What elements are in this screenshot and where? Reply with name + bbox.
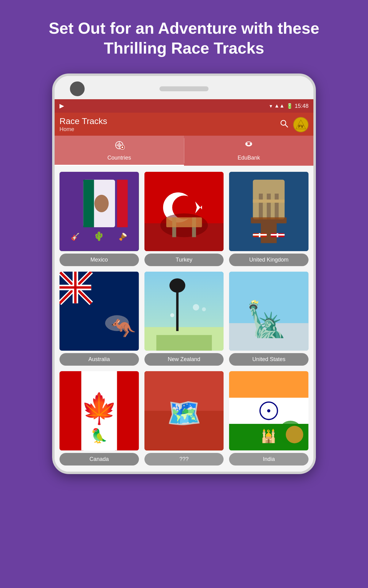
svg-text:FV: FV bbox=[298, 124, 304, 129]
svg-rect-61 bbox=[176, 291, 178, 331]
header-section: Set Out for an Adventure with these Thri… bbox=[0, 0, 368, 74]
country-image-turkey bbox=[144, 172, 224, 251]
phone-screen: ▶ ▾ ▲▲ 🔋 15:48 Race Tracks Home bbox=[55, 99, 313, 472]
svg-rect-17 bbox=[117, 180, 128, 227]
svg-text:🗺️: 🗺️ bbox=[167, 397, 201, 430]
svg-rect-36 bbox=[253, 200, 285, 203]
phone-speaker bbox=[159, 86, 209, 91]
svg-point-63 bbox=[170, 313, 174, 317]
phone-top-bar bbox=[55, 76, 313, 99]
app-bar-left: Race Tracks Home bbox=[59, 116, 107, 133]
edubank-icon bbox=[243, 139, 255, 153]
phone-mockup: ▶ ▾ ▲▲ 🔋 15:48 Race Tracks Home bbox=[52, 74, 316, 474]
svg-rect-34 bbox=[267, 194, 271, 219]
status-right: ▾ ▲▲ 🔋 15:48 bbox=[270, 103, 309, 109]
content-area: 🌵 🎸 🪘 Mexico bbox=[55, 166, 313, 472]
svg-rect-37 bbox=[251, 217, 286, 223]
wifi-icon: ▾ bbox=[270, 103, 272, 109]
country-label-india: India bbox=[229, 453, 309, 466]
signal-icon: ▲▲ bbox=[274, 103, 285, 109]
country-card-canada[interactable]: 🍁 🦜 Canada bbox=[59, 371, 139, 466]
svg-rect-33 bbox=[259, 194, 263, 219]
svg-text:🌵: 🌵 bbox=[94, 231, 105, 242]
country-label-canada: Canada bbox=[59, 453, 139, 466]
countries-icon bbox=[113, 139, 125, 153]
svg-rect-71 bbox=[117, 371, 139, 450]
country-label-australia: Australia bbox=[59, 353, 139, 366]
svg-text:🎸: 🎸 bbox=[71, 232, 80, 241]
svg-rect-35 bbox=[275, 194, 279, 219]
country-card-us[interactable]: 🗽 United States bbox=[229, 272, 309, 366]
svg-rect-16 bbox=[83, 180, 94, 227]
svg-rect-70 bbox=[59, 371, 81, 450]
svg-point-62 bbox=[169, 278, 185, 293]
country-image-mystery: 🗺️ bbox=[144, 371, 224, 450]
country-image-india: 🕌 bbox=[229, 371, 309, 450]
country-card-new-zealand[interactable]: New Zealand bbox=[144, 272, 224, 366]
app-title: Race Tracks bbox=[59, 116, 107, 126]
country-card-mystery[interactable]: 🗺️ ??? bbox=[144, 371, 224, 466]
page-title: Set Out for an Adventure with these Thri… bbox=[0, 0, 368, 74]
country-image-mexico: 🌵 🎸 🪘 bbox=[59, 172, 139, 251]
svg-rect-78 bbox=[229, 371, 309, 398]
country-label-turkey: Turkey bbox=[144, 254, 224, 266]
tab-bar: Countries EduBank bbox=[55, 136, 313, 166]
svg-point-64 bbox=[193, 304, 199, 311]
svg-text:🕌: 🕌 bbox=[261, 429, 277, 444]
country-card-uk[interactable]: United Kingdom bbox=[229, 172, 309, 266]
app-bar: Race Tracks Home FV bbox=[55, 113, 313, 136]
svg-rect-60 bbox=[156, 335, 212, 351]
tab-edubank-label: EduBank bbox=[238, 155, 260, 161]
svg-point-81 bbox=[267, 409, 270, 412]
svg-text:🗽: 🗽 bbox=[246, 300, 288, 340]
phone-camera bbox=[70, 81, 85, 96]
country-card-australia[interactable]: 🦘 Australia bbox=[59, 272, 139, 366]
status-bar: ▶ ▾ ▲▲ 🔋 15:48 bbox=[55, 99, 313, 113]
country-image-uk bbox=[229, 172, 309, 251]
country-image-new-zealand bbox=[144, 272, 224, 351]
app-subtitle: Home bbox=[59, 126, 107, 133]
country-label-uk: United Kingdom bbox=[229, 254, 309, 266]
svg-text:🪘: 🪘 bbox=[118, 232, 128, 241]
country-image-canada: 🍁 🦜 bbox=[59, 371, 139, 450]
country-label-mystery: ??? bbox=[144, 453, 224, 466]
country-image-us: 🗽 bbox=[229, 272, 309, 351]
app-bar-right: FV bbox=[280, 117, 309, 132]
svg-point-84 bbox=[286, 426, 303, 443]
svg-line-1 bbox=[285, 125, 288, 127]
svg-point-65 bbox=[202, 307, 206, 311]
notification-icon: ▶ bbox=[59, 103, 64, 109]
country-card-india[interactable]: 🕌 India bbox=[229, 371, 309, 466]
country-card-mexico[interactable]: 🌵 🎸 🪘 Mexico bbox=[59, 172, 139, 266]
status-left: ▶ bbox=[59, 103, 64, 109]
country-image-australia: 🦘 bbox=[59, 272, 139, 351]
svg-text:🦘: 🦘 bbox=[111, 317, 136, 340]
country-card-turkey[interactable]: Turkey bbox=[144, 172, 224, 266]
country-label-mexico: Mexico bbox=[59, 254, 139, 266]
svg-rect-30 bbox=[166, 217, 202, 227]
tab-countries-label: Countries bbox=[107, 155, 131, 161]
svg-point-18 bbox=[94, 195, 109, 212]
tab-countries[interactable]: Countries bbox=[55, 136, 184, 166]
svg-point-9 bbox=[121, 146, 123, 148]
country-label-new-zealand: New Zealand bbox=[144, 353, 224, 366]
countries-grid: 🌵 🎸 🪘 Mexico bbox=[59, 172, 309, 466]
app-logo-badge: FV bbox=[293, 117, 309, 132]
tab-edubank[interactable]: EduBank bbox=[184, 136, 314, 166]
svg-text:🦜: 🦜 bbox=[90, 428, 108, 444]
country-label-us: United States bbox=[229, 353, 309, 366]
svg-text:🍁: 🍁 bbox=[81, 391, 118, 427]
battery-icon: 🔋 bbox=[286, 103, 293, 109]
search-button[interactable] bbox=[280, 119, 288, 130]
status-time: 15:48 bbox=[295, 103, 309, 109]
